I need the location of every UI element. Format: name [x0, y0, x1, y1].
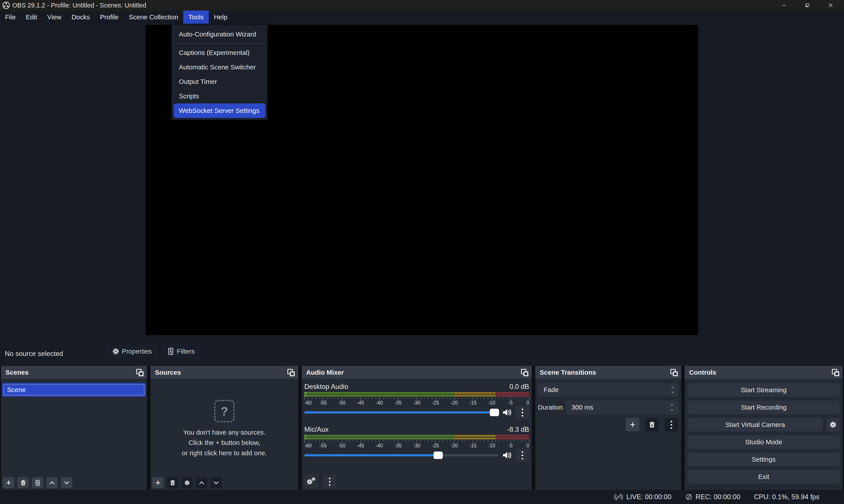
window-title: OBS 29.1.2 - Profile: Untitled - Scenes:… [12, 2, 146, 9]
scene-filters-button[interactable] [32, 477, 43, 488]
filters-button[interactable]: Filters [161, 344, 201, 359]
mixer-toolbar [304, 475, 336, 488]
menu-item-output-timer[interactable]: Output Timer [174, 74, 265, 89]
remove-scene-button[interactable] [17, 477, 29, 488]
chevron-up-icon [670, 386, 675, 389]
start-recording-button[interactable]: Start Recording [688, 400, 840, 414]
menu-item-captions-experimental[interactable]: Captions (Experimental) [174, 46, 265, 60]
channel-volume-db: 0.0 dB [509, 383, 529, 391]
spin-down-icon[interactable] [669, 409, 674, 412]
chevron-down-icon [64, 480, 70, 486]
meter-scale: -60-55-50-45-40-35-30-25-20-15-10-50 [304, 440, 529, 448]
volume-slider-handle[interactable] [490, 409, 499, 416]
duration-spinbox[interactable]: 300 ms [566, 400, 679, 414]
source-status-text: No source selected [5, 342, 63, 366]
scenes-list: Scene + [1, 379, 147, 490]
popout-icon[interactable] [287, 368, 295, 377]
gear-icon [184, 480, 190, 486]
properties-button[interactable]: Properties [106, 344, 158, 359]
popout-icon[interactable] [831, 368, 840, 377]
add-transition-button[interactable]: + [626, 418, 639, 432]
channel-options-button[interactable] [515, 448, 529, 462]
menubar-item-help[interactable]: Help [209, 11, 232, 24]
live-inactive-icon [614, 493, 623, 501]
add-scene-button[interactable]: + [3, 477, 14, 488]
audio-mixer-panel: Audio Mixer Desktop Audio 0.0 dB -60-55-… [302, 366, 532, 490]
popout-icon[interactable] [670, 368, 678, 377]
menubar-item-tools[interactable]: Tools [183, 11, 209, 24]
trash-icon [649, 421, 655, 428]
audio-mixer-body: Desktop Audio 0.0 dB -60-55-50-45-40-35-… [302, 379, 532, 490]
scenes-toolbar: + [3, 477, 72, 488]
preview-area [0, 24, 844, 366]
transition-select-arrows[interactable] [666, 383, 679, 397]
window-controls [772, 0, 842, 11]
start-virtual-camera-button[interactable]: Start Virtual Camera [688, 418, 823, 432]
spin-up-icon[interactable] [669, 403, 674, 407]
menu-item-automatic-scene-switcher[interactable]: Automatic Scene Switcher [174, 60, 265, 74]
scene-transitions-panel: Scene Transitions Fade Duration 300 ms [535, 366, 681, 490]
add-source-button[interactable]: + [152, 477, 164, 488]
channel-name: Desktop Audio [304, 383, 348, 391]
gear-icon [112, 348, 120, 355]
close-icon [828, 2, 833, 8]
meter-scale: -60-55-50-45-40-35-30-25-20-15-10-50 [304, 397, 529, 406]
virtual-camera-settings-button[interactable] [826, 418, 840, 432]
menubar-item-docks[interactable]: Docks [67, 11, 95, 24]
speaker-icon[interactable] [502, 408, 512, 417]
menubar-item-profile[interactable]: Profile [95, 11, 124, 24]
menu-item-scripts[interactable]: Scripts [174, 89, 265, 104]
channel-volume-db: -8.3 dB [507, 426, 529, 433]
scene-list-item[interactable]: Scene [2, 383, 146, 397]
menu-item-websocket-server-settings[interactable]: WebSocket Server Settings [174, 104, 265, 118]
docks-row: Scenes Scene + Sources [0, 366, 844, 490]
popout-icon[interactable] [520, 368, 529, 377]
chevron-down-icon [213, 480, 219, 486]
cpu-fps-stats: CPU: 0.1%, 59.94 fps [754, 493, 820, 501]
live-status: LIVE: 00:00:00 [614, 493, 671, 501]
rec-inactive-icon [685, 493, 692, 501]
obs-logo-icon [2, 1, 10, 9]
filters-button-label: Filters [177, 348, 195, 355]
obs-window: OBS 29.1.2 - Profile: Untitled - Scenes:… [0, 0, 844, 504]
speaker-icon[interactable] [502, 451, 512, 460]
volume-meter [304, 435, 529, 439]
sources-panel-header: Sources [151, 366, 298, 379]
advanced-audio-properties-button[interactable] [304, 475, 318, 488]
popout-icon[interactable] [136, 368, 144, 377]
volume-slider[interactable] [304, 449, 498, 462]
volume-slider-handle[interactable] [434, 451, 443, 459]
restore-button[interactable] [796, 0, 819, 11]
volume-slider[interactable] [304, 406, 498, 419]
transition-select[interactable]: Fade [538, 383, 679, 397]
controls-panel: Controls Start Streaming Start Recording… [685, 366, 843, 490]
menubar-item-file[interactable]: File [0, 11, 21, 24]
filter-icon [167, 348, 174, 355]
plus-icon: + [6, 478, 11, 487]
menubar-item-edit[interactable]: Edit [21, 11, 42, 24]
move-scene-down-button[interactable] [61, 477, 72, 488]
menubar-item-view[interactable]: View [42, 11, 66, 24]
channel-options-button[interactable] [515, 406, 529, 419]
gear-icon [829, 421, 837, 429]
scenes-panel-header: Scenes [1, 366, 147, 379]
scenes-panel: Scenes Scene + [1, 366, 147, 490]
volume-meter [304, 392, 529, 397]
menu-item-auto-configuration-wizard[interactable]: Auto-Configuration Wizard [174, 27, 265, 41]
duration-label: Duration [538, 403, 566, 411]
live-time: LIVE: 00:00:00 [626, 493, 671, 501]
audio-mixer-panel-title: Audio Mixer [306, 369, 344, 376]
rec-status: REC: 00:00:00 [685, 493, 740, 501]
minimize-button[interactable] [772, 0, 796, 11]
studio-mode-button[interactable]: Studio Mode [688, 435, 840, 449]
settings-button[interactable]: Settings [688, 453, 840, 466]
mixer-options-button[interactable] [323, 475, 336, 488]
sources-list: ? You don't have any sources.Click the +… [151, 379, 298, 490]
exit-button[interactable]: Exit [688, 470, 840, 484]
menubar-item-scene-collection[interactable]: Scene Collection [124, 11, 183, 24]
rec-time: REC: 00:00:00 [696, 493, 740, 501]
start-streaming-button[interactable]: Start Streaming [688, 383, 840, 397]
transition-options-button[interactable] [665, 418, 678, 432]
move-scene-up-button[interactable] [46, 477, 58, 488]
close-button[interactable] [819, 0, 842, 11]
